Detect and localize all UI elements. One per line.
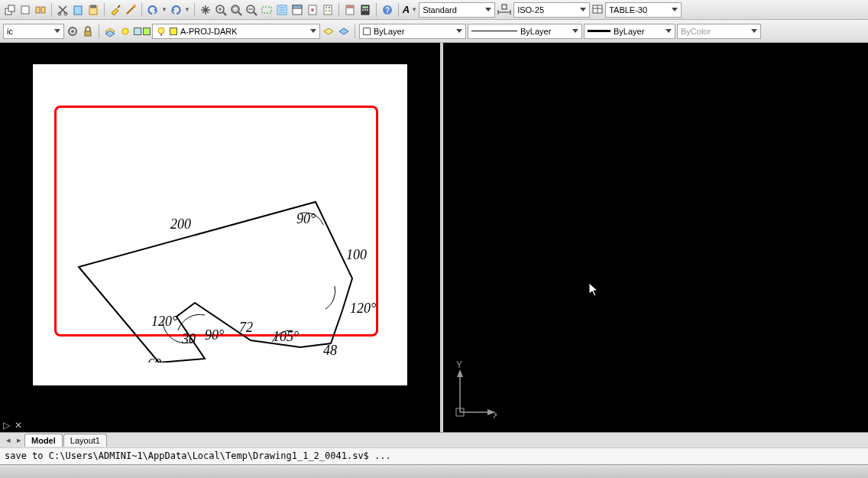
svg-rect-9 (91, 5, 96, 8)
svg-rect-7 (74, 6, 82, 15)
paste-icon[interactable] (86, 3, 100, 17)
redo-icon[interactable] (169, 3, 183, 17)
workspace-dropdown[interactable]: ic (3, 24, 64, 39)
text-style-dropdown[interactable]: Standard (419, 2, 495, 18)
design-center-icon[interactable] (343, 3, 357, 17)
chevron-down-icon (485, 8, 491, 11)
linetype-dropdown[interactable]: ByLayer (468, 24, 582, 39)
dim-200: 200 (170, 216, 191, 232)
dim-style-dropdown[interactable]: ISO-25 (513, 2, 590, 18)
svg-point-54 (71, 30, 74, 33)
paper-sheet: 200 100 48 72 30 60 90° 120° 105° 90° 12… (33, 64, 407, 385)
freeze-swatch[interactable] (134, 28, 141, 35)
match-props-icon[interactable] (3, 3, 17, 17)
layer-states-icon[interactable] (103, 24, 117, 38)
svg-rect-34 (329, 7, 330, 8)
chevron-down-icon (310, 29, 316, 33)
polygon-diagram: 200 100 48 72 30 60 90° 120° 105° 90° 12… (63, 125, 384, 363)
color-dropdown[interactable]: ByLayer (359, 24, 466, 39)
svg-rect-4 (41, 7, 45, 13)
gear-icon[interactable] (66, 24, 79, 38)
tab-layout1-label: Layout1 (70, 436, 100, 445)
help-icon[interactable]: ? (381, 3, 394, 17)
color-value: ByLayer (374, 27, 404, 36)
layer-dropdown[interactable]: A-PROJ-DARK (152, 24, 320, 39)
clipboard-copy-icon[interactable] (71, 3, 85, 17)
sheet-icon[interactable] (306, 3, 319, 17)
color-swatch (363, 28, 371, 35)
calculator-icon[interactable] (358, 3, 372, 17)
layer-next-icon[interactable] (337, 24, 351, 38)
svg-rect-35 (326, 10, 327, 11)
left-viewport[interactable]: 200 100 48 72 30 60 90° 120° 105° 90° 12… (0, 43, 440, 432)
chevron-down-icon (666, 29, 672, 33)
svg-line-14 (223, 12, 226, 15)
lock-swatch[interactable] (143, 28, 151, 35)
tab-scroll-left[interactable]: ◂ (3, 435, 14, 445)
tool-palette-icon[interactable] (321, 3, 335, 17)
copy-icon[interactable] (18, 3, 32, 17)
pan-icon[interactable] (199, 3, 212, 17)
undo-dropdown-arrow[interactable]: ▼ (161, 6, 167, 13)
svg-line-10 (118, 5, 120, 8)
svg-rect-29 (293, 5, 302, 8)
svg-rect-36 (329, 10, 330, 11)
paint-icon[interactable] (108, 3, 122, 17)
cut-icon[interactable] (56, 3, 70, 17)
linetype-sample (471, 31, 517, 31)
layer-sun-icon[interactable] (118, 24, 132, 38)
table-style-dropdown[interactable]: TABLE-30 (605, 2, 682, 18)
separator (141, 3, 142, 17)
svg-line-18 (238, 12, 241, 15)
separator (104, 3, 105, 17)
plotstyle-value: ByColor (681, 27, 711, 36)
zoom-in-icon[interactable] (214, 3, 228, 17)
svg-rect-38 (346, 5, 354, 8)
separator (194, 3, 195, 17)
chevron-down-icon (672, 8, 678, 11)
lineweight-dropdown[interactable]: ByLayer (584, 24, 675, 39)
cmd-prompt-icon[interactable]: ▷ (3, 420, 10, 431)
dim-60: 60 (147, 356, 161, 363)
zoom-extents-icon[interactable] (229, 3, 243, 17)
svg-text:?: ? (385, 6, 390, 15)
workspace-value: ic (7, 27, 13, 36)
svg-rect-19 (233, 7, 238, 11)
separator (99, 24, 99, 38)
layer-prev-icon[interactable] (322, 24, 335, 38)
aa-dropdown[interactable]: ▼ (411, 6, 417, 13)
brush-icon[interactable] (124, 3, 138, 17)
zoom-out-icon[interactable] (245, 3, 258, 17)
tab-model-label: Model (31, 436, 56, 445)
linetype-value: ByLayer (520, 27, 551, 36)
svg-point-31 (311, 8, 314, 11)
cmd-close-icon[interactable]: ✕ (15, 420, 22, 431)
ucs-x-label: X (493, 410, 497, 420)
dim-style-value: ISO-25 (517, 5, 544, 15)
text-style-icon: A (403, 4, 410, 15)
svg-rect-42 (364, 9, 366, 11)
ucs-icon: X Y (451, 359, 497, 420)
angle-90b: 90° (205, 327, 224, 343)
lineweight-value: ByLayer (614, 27, 644, 36)
undo-icon[interactable] (146, 3, 160, 17)
plotstyle-dropdown[interactable]: ByColor (677, 24, 761, 39)
command-line[interactable]: save to C:\Users\ADMINI~1\AppData\Local\… (0, 447, 868, 464)
right-viewport[interactable]: X Y (443, 43, 868, 432)
angle-120b: 120° (151, 314, 177, 329)
chevron-down-icon (580, 8, 586, 11)
svg-rect-55 (85, 31, 91, 36)
layer-color-swatch (170, 28, 177, 35)
chevron-down-icon (456, 29, 462, 33)
properties-icon[interactable] (290, 3, 304, 17)
angle-105: 105° (273, 329, 299, 344)
tab-model[interactable]: Model (24, 434, 63, 447)
tree-icon[interactable] (275, 3, 289, 17)
redo-dropdown-arrow[interactable]: ▼ (184, 6, 190, 13)
tab-layout1[interactable]: Layout1 (63, 434, 107, 447)
layer-name: A-PROJ-DARK (180, 27, 238, 36)
tab-scroll-right[interactable]: ▸ (14, 435, 24, 445)
zoom-window-icon[interactable] (260, 3, 274, 17)
group-icon[interactable] (34, 3, 47, 17)
lock-icon[interactable] (81, 24, 95, 38)
